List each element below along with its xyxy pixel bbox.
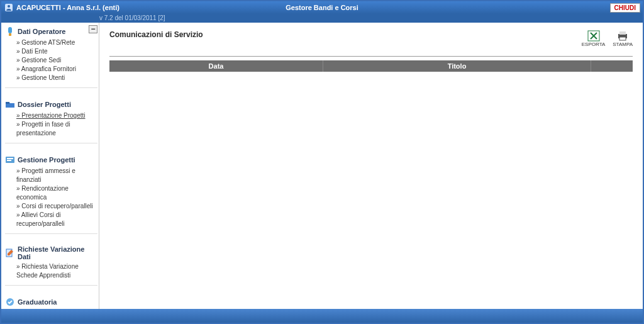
folder-icon [5, 99, 15, 109]
sidebar-item-rendicontazione[interactable]: Rendicontazione economica [16, 184, 97, 202]
version-bar: v 7.2 del 01/03/2011 [2] [1, 14, 643, 23]
table-header: Data Titolo [109, 60, 633, 72]
sidebar-item-corsi-recupero[interactable]: Corsi di recupero/paralleli [16, 202, 97, 211]
svg-rect-7 [7, 160, 11, 161]
sidebar-item-progetti-in-fase[interactable]: Progetti in fase di presentazione [16, 120, 97, 138]
sidebar-item-richiesta-variazione[interactable]: Richiesta Variazione Schede Apprendisti [16, 262, 97, 280]
sidebar: − Dati Operatore Gestione ATS/Rete Dati … [1, 23, 99, 309]
content-header: Comunicazioni di Servizio ESPORTA STAMPA [109, 30, 633, 57]
export-button[interactable]: ESPORTA [582, 30, 606, 47]
print-button[interactable]: STAMPA [613, 30, 633, 47]
print-label: STAMPA [613, 42, 633, 47]
menu-section-dossier-progetti: Dossier Progetti Presentazione Progetti … [5, 99, 97, 143]
col-data[interactable]: Data [109, 60, 323, 72]
menu-head-label: Dossier Progetti [18, 101, 71, 108]
sidebar-collapse-button[interactable]: − [89, 25, 97, 33]
svg-point-1 [8, 5, 10, 8]
svg-rect-6 [7, 158, 13, 159]
export-label: ESPORTA [582, 42, 606, 47]
list-icon [5, 297, 15, 307]
svg-rect-2 [8, 27, 12, 33]
printer-icon [616, 30, 629, 42]
menu-head-graduatoria[interactable]: Graduatoria [5, 297, 97, 307]
menu-head-gestione-progetti[interactable]: Gestione Progetti [5, 155, 97, 165]
menu-head-dati-operatore[interactable]: Dati Operatore [5, 26, 97, 36]
excel-icon [587, 30, 600, 42]
sidebar-item-progetti-ammessi[interactable]: Progetti ammessi e finanziati [16, 167, 97, 184]
menu-head-label: Gestione Progetti [18, 156, 75, 164]
svg-rect-12 [619, 31, 626, 35]
sidebar-item-gestione-utenti[interactable]: Gestione Utenti [16, 74, 97, 82]
sidebar-item-gestione-ats[interactable]: Gestione ATS/Rete [16, 38, 97, 47]
menu-section-richieste-variazione: Richieste Variazione Dati Richiesta Vari… [5, 245, 97, 286]
svg-rect-4 [6, 102, 9, 104]
svg-rect-13 [619, 37, 626, 40]
app-title: Gestore Bandi e Corsi [286, 4, 358, 11]
menu-section-gestione-progetti: Gestione Progetti Progetti ammessi e fin… [5, 155, 97, 234]
sidebar-item-allievi-corsi[interactable]: Allievi Corsi di recupero/paralleli [16, 211, 97, 228]
svg-rect-3 [9, 33, 11, 36]
operator-icon [5, 26, 15, 36]
sidebar-item-anagrafica-fornitori[interactable]: Anagrafica Fornitori [16, 65, 97, 74]
page-title: Comunicazioni di Servizio [109, 30, 203, 39]
sidebar-item-presentazione-progetti[interactable]: Presentazione Progetti [16, 111, 97, 120]
col-titolo[interactable]: Titolo [323, 60, 591, 72]
close-button[interactable]: CHIUDI [610, 3, 640, 13]
menu-head-richieste-variazione[interactable]: Richieste Variazione Dati [5, 245, 97, 260]
menu-section-dati-operatore: Dati Operatore Gestione ATS/Rete Dati En… [5, 26, 97, 88]
edit-icon [5, 248, 15, 258]
col-actions [591, 60, 633, 72]
sidebar-item-gestione-sedi[interactable]: Gestione Sedi [16, 56, 97, 65]
main-layout: − Dati Operatore Gestione ATS/Rete Dati … [1, 23, 643, 309]
app-titlebar: ACAPUCETTI - Anna S.r.l. (enti) Gestore … [1, 1, 643, 14]
menu-head-label: Graduatoria [18, 298, 57, 306]
content-area: Comunicazioni di Servizio ESPORTA STAMPA… [99, 23, 643, 309]
menu-head-label: Richieste Variazione Dati [18, 245, 97, 260]
user-title: ACAPUCETTI - Anna S.r.l. (enti) [16, 4, 119, 11]
manage-icon [5, 155, 15, 165]
title-left: ACAPUCETTI - Anna S.r.l. (enti) [4, 3, 119, 13]
menu-head-dossier-progetti[interactable]: Dossier Progetti [5, 99, 97, 109]
footer-bar [1, 309, 643, 323]
sidebar-item-dati-ente[interactable]: Dati Ente [16, 47, 97, 56]
person-icon [4, 3, 14, 13]
menu-head-label: Dati Operatore [18, 28, 65, 35]
content-actions: ESPORTA STAMPA [582, 30, 633, 47]
menu-section-graduatoria: Graduatoria Graduatorie Pubblicate [5, 297, 97, 309]
